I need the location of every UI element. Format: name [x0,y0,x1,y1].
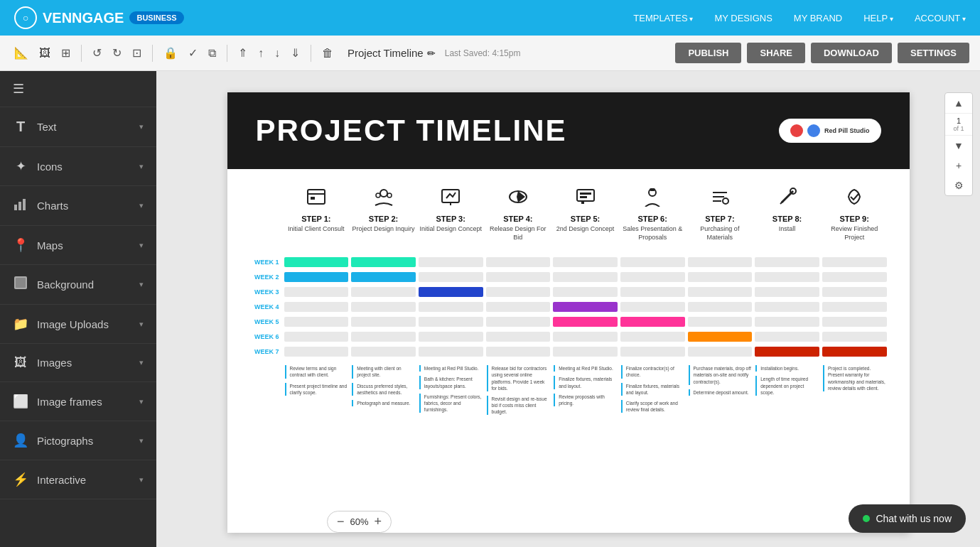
sidebar-hamburger[interactable]: ☰ [0,71,156,107]
toolbar-btn-check[interactable]: ✓ [185,43,201,63]
desc-item-4-1: Release bid for contractors using severa… [487,365,550,391]
svg-rect-5 [308,190,325,204]
zoom-in-button[interactable]: + [372,514,384,529]
desc-item-5-1: Meeting at Red Pill Studio. [554,365,617,372]
week-cell-1-6 [620,257,685,267]
maps-arrow: ▾ [139,241,144,250]
desc-item-3-2: Bath & kitchen: Present layouts/space pl… [419,376,483,389]
page-plus-button[interactable]: + [945,156,972,175]
week-cell-5-8 [755,317,819,327]
toolbar-btn-lock[interactable]: 🔒 [160,43,181,63]
page-down-button[interactable]: ▼ [945,136,972,156]
steps-row: STEP 1: Initial Client Consult STEP 2: P… [249,183,888,245]
week-cell-3-7 [688,287,753,297]
main-layout: ☰ T Text ▾ ✦ Icons ▾ Charts ▾ 📍 Maps [0,71,980,547]
svg-line-27 [780,201,783,204]
text-arrow: ▾ [139,122,144,131]
week-cells-1 [283,257,888,267]
week-cell-2-2 [351,272,416,282]
doc-header-title: PROJECT TIMELINE [256,114,567,148]
toolbar: 📐 🖼 ⊞ ↺ ↻ ⊡ 🔒 ✓ ⧉ ⇑ ↑ ↓ ⇓ 🗑 Project Time… [0,36,980,71]
toolbar-btn-design[interactable]: 📐 [11,43,32,63]
toolbar-btn-copy[interactable]: ⧉ [205,43,220,63]
nav-templates[interactable]: TEMPLATES [633,13,693,23]
svg-rect-7 [311,197,315,200]
share-button[interactable]: SHARE [747,43,805,63]
toolbar-btn-up[interactable]: ↑ [254,43,267,63]
step-col-7: STEP 7: Purchasing of Materials [686,183,754,245]
edit-title-icon[interactable]: ✏ [427,48,436,59]
image-frames-icon: ⬜ [13,394,28,409]
sidebar-item-interactive[interactable]: ⚡ Interactive ▾ [0,460,156,499]
settings-button[interactable]: SETTINGS [898,43,969,63]
business-badge: BUSINESS [129,11,183,24]
chat-button[interactable]: Chat with us now [849,504,966,533]
svg-rect-15 [577,190,594,201]
week-label-4: WEEK 4 [249,303,283,310]
pill-blue-dot [807,124,820,137]
sidebar-item-icons[interactable]: ✦ Icons ▾ [0,147,156,186]
desc-item-6-1: Finalize contractor(s) of choice. [621,365,684,378]
week-cell-4-5 [553,302,618,312]
pictographs-icon: 👤 [13,433,28,448]
svg-point-9 [376,193,380,197]
step-7-icon [689,187,752,211]
step-col-2: STEP 2: Project Design Inquiry [350,183,417,245]
interactive-icon: ⚡ [13,472,28,487]
sidebar-item-pictographs[interactable]: 👤 Pictographs ▾ [0,421,156,460]
toolbar-btn-image[interactable]: 🖼 [36,43,54,63]
sidebar-item-image-frames[interactable]: ⬜ Image frames ▾ [0,382,156,421]
page-up-button[interactable]: ▲ [945,93,972,113]
zoom-out-button[interactable]: − [335,514,347,529]
toolbar-separator-4 [311,45,311,62]
toolbar-btn-undo[interactable]: ↺ [89,43,105,63]
doc-title: Project Timeline [348,47,424,59]
svg-rect-0 [14,205,17,210]
week-cell-7-7 [688,347,753,357]
toolbar-btn-trash[interactable]: 🗑 [318,43,337,63]
toolbar-btn-down2[interactable]: ⇓ [287,43,303,63]
week-cell-7-9 [822,347,887,357]
toolbar-btn-redo[interactable]: ↻ [109,43,125,63]
week-cell-4-4 [486,302,551,312]
week-cell-5-3 [419,317,483,327]
week-cell-5-4 [486,317,551,327]
nav-my-designs[interactable]: MY DESIGNS [714,13,772,23]
week-cell-2-5 [553,272,618,282]
background-arrow: ▾ [139,280,144,289]
nav-help[interactable]: HELP [863,13,893,23]
week-cell-3-5 [553,287,618,297]
nav-my-brand[interactable]: MY BRAND [794,13,842,23]
sidebar-item-images[interactable]: 🖼 Images ▾ [0,344,156,382]
toolbar-btn-table[interactable]: ⊞ [58,43,74,63]
sidebar-item-background[interactable]: Background ▾ [0,265,156,305]
toolbar-btn-down[interactable]: ↓ [271,43,284,63]
week-row-3: WEEK 3 [249,286,888,298]
week-cell-5-2 [351,317,416,327]
week-cell-1-7 [688,257,753,267]
download-button[interactable]: DOWNLOAD [811,43,892,63]
sidebar-item-maps[interactable]: 📍 Maps ▾ [0,226,156,265]
logo-text: VENNGAGE [43,10,124,26]
svg-point-24 [723,198,728,204]
toolbar-btn-up2[interactable]: ⇑ [235,43,251,63]
desc-col-8: Installation begins.Length of time requi… [753,365,821,419]
sidebar-label-image-uploads: Image Uploads [37,318,131,330]
weeks-grid: WEEK 1WEEK 2WEEK 3WEEK 4WEEK 5WEEK 6WEEK… [249,256,888,358]
toolbar-btn-crop[interactable]: ⊡ [129,43,145,63]
svg-point-10 [387,193,392,197]
page-gear-button[interactable]: ⚙ [945,175,972,195]
sidebar-item-charts[interactable]: Charts ▾ [0,186,156,226]
step-1-title: Initial Client Consult [285,225,348,234]
week-cell-4-9 [822,302,887,312]
sidebar-item-text[interactable]: T Text ▾ [0,107,156,147]
sidebar-item-image-uploads[interactable]: 📁 Image Uploads ▾ [0,305,156,344]
week-cells-3 [283,287,888,297]
week-label-7: WEEK 7 [249,348,283,355]
publish-button[interactable]: PUBLISH [675,43,741,63]
desc-item-4-2: Revisit design and re-issue bid if costs… [487,396,550,415]
canvas-area[interactable]: PROJECT TIMELINE Red Pill Studio [156,71,980,547]
nav-account[interactable]: ACCOUNT [915,13,966,23]
week-cell-6-5 [553,332,618,342]
step-4-num: STEP 4: [487,215,550,223]
